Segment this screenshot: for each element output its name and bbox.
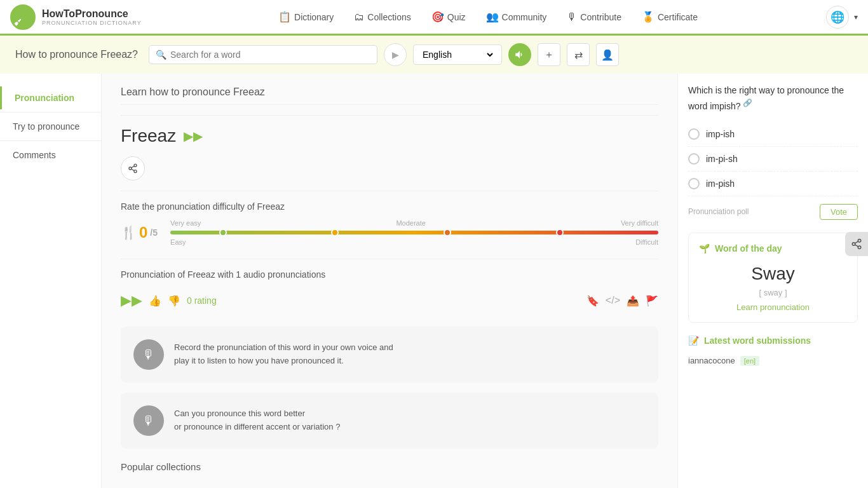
language-selector[interactable]: English: [413, 44, 502, 65]
svg-line-11: [855, 241, 858, 243]
sidebar-item-pronunciation[interactable]: Pronunciation: [0, 86, 101, 109]
pronounce-diff-box: 🎙 Can you pronounce this word better or …: [121, 393, 658, 449]
radio-2: [688, 153, 700, 165]
audio-controls: ▶▶ 👍 👎 0 rating 🔖 </> 📤 🚩: [121, 287, 658, 314]
radio-1: [688, 128, 700, 140]
learn-pronunciation-link[interactable]: Learn pronunciation: [699, 302, 847, 312]
embed-button[interactable]: </>: [606, 295, 620, 307]
fork-icon: 🍴: [121, 225, 137, 240]
svg-point-8: [852, 243, 855, 246]
slider-track: [170, 231, 658, 234]
section-title: Learn how to pronounce Freeaz: [121, 86, 658, 105]
svg-point-3: [129, 167, 132, 170]
search-input[interactable]: [170, 50, 370, 60]
audio-left: ▶▶ 👍 👎 0 rating: [121, 292, 217, 309]
flag-button[interactable]: 🚩: [646, 295, 658, 307]
svg-point-2: [134, 164, 137, 166]
nav-item-contribute[interactable]: 🎙 Contribute: [558, 6, 630, 28]
svg-point-7: [858, 240, 861, 243]
nav-item-community[interactable]: 👥 Community: [477, 6, 556, 28]
add-button[interactable]: ＋: [538, 43, 560, 66]
word-of-day-phonetic: [ sway ]: [699, 288, 847, 297]
word-header: Freeaz ▶▶: [121, 126, 658, 146]
svg-point-1: [20, 15, 25, 19]
lang-chevron-button[interactable]: ▾: [854, 13, 858, 22]
divider-2: [121, 191, 658, 191]
audio-section: Pronunciation of Freeaz with 1 audio pro…: [121, 269, 658, 314]
poll-question: Which is the right way to pronounce the …: [688, 84, 858, 113]
audio-play-button[interactable]: [508, 43, 531, 66]
language-select-input[interactable]: English: [420, 49, 495, 60]
pronounce-diff-text: Can you pronounce this word better or pr…: [174, 407, 340, 434]
svg-point-4: [134, 170, 137, 173]
difficulty-slider[interactable]: Very easy Moderate Very difficult Easy D…: [170, 219, 658, 246]
nav-item-dictionary[interactable]: 📋 Dictionary: [269, 6, 342, 28]
svg-point-9: [858, 246, 861, 249]
pronounce-diff-mic-button[interactable]: 🎙: [133, 405, 164, 436]
main-layout: Pronunciation Try to pronounce Comments …: [0, 74, 868, 488]
nav-item-certificate[interactable]: 🏅 Certificate: [633, 6, 707, 28]
submission-badge-1: [en]: [740, 356, 759, 366]
play-search-button[interactable]: ▶: [384, 43, 407, 66]
rating-score: 🍴 0 /5: [121, 224, 158, 241]
poll-option-1[interactable]: imp-ish: [688, 122, 858, 147]
slider-dot-3: [444, 229, 451, 236]
main-nav: 📋 Dictionary 🗂 Collections 🎯 Quiz 👥 Comm…: [150, 6, 826, 28]
vote-button[interactable]: Vote: [820, 204, 858, 220]
quiz-icon: 🎯: [431, 11, 444, 23]
share-button[interactable]: [121, 156, 145, 180]
nav-item-quiz[interactable]: 🎯 Quiz: [423, 6, 475, 28]
sidebar-item-try-pronounce[interactable]: Try to pronounce: [0, 115, 101, 138]
logo-icon[interactable]: [10, 4, 36, 30]
floating-share-button[interactable]: [845, 232, 868, 256]
audio-right: 🔖 </> 📤 🚩: [587, 295, 658, 307]
search-icon: 🔍: [156, 50, 166, 60]
collections-icon: 🗂: [354, 11, 364, 23]
search-input-wrap[interactable]: 🔍: [149, 45, 377, 64]
latest-submissions-section: 📝 Latest word submissions iannacocone [e…: [688, 336, 858, 369]
sound-icon[interactable]: ▶▶: [184, 128, 203, 144]
bookmark-button[interactable]: 🔖: [587, 295, 599, 307]
random-button[interactable]: ⇄: [567, 43, 590, 66]
divider-1: [121, 115, 658, 116]
sidebar-item-comments[interactable]: Comments: [0, 144, 101, 166]
slider-dot-2: [331, 229, 339, 236]
record-mic-button[interactable]: 🎙: [133, 339, 164, 370]
word-of-day-word: Sway: [699, 264, 847, 284]
contribute-icon: 🎙: [567, 11, 577, 23]
poll-option-2[interactable]: im-pi-sh: [688, 147, 858, 172]
poll-option-3[interactable]: im-pish: [688, 172, 858, 196]
word-of-day-header: 🌱 Word of the day: [699, 243, 847, 254]
slider-top-labels: Very easy Moderate Very difficult: [170, 219, 658, 227]
record-box: 🎙 Record the pronunciation of this word …: [121, 327, 658, 383]
wotd-icon: 🌱: [699, 243, 710, 254]
nav-item-collections[interactable]: 🗂 Collections: [345, 6, 419, 28]
center-content: Learn how to pronounce Freeaz Freeaz ▶▶ …: [102, 74, 677, 488]
play-audio-button[interactable]: ▶▶: [121, 292, 142, 309]
sidebar-divider-2: [0, 140, 101, 141]
logo-area: HowToPronounce PRONUNCIATION DICTIONARY: [10, 4, 150, 30]
sidebar: Pronunciation Try to pronounce Comments: [0, 74, 102, 488]
dictionary-icon: 📋: [278, 11, 291, 23]
share-audio-button[interactable]: 📤: [627, 295, 639, 307]
svg-line-5: [132, 169, 135, 171]
right-panel: Which is the right way to pronounce the …: [677, 74, 868, 488]
record-text: Record the pronunciation of this word in…: [174, 341, 393, 368]
radio-3: [688, 178, 700, 189]
logo-text: HowToPronounce PRONUNCIATION DICTIONARY: [42, 8, 142, 27]
audio-title: Pronunciation of Freeaz with 1 audio pro…: [121, 269, 658, 280]
rating-label: Rate the pronunciation difficulty of Fre…: [121, 201, 658, 212]
svg-line-10: [855, 245, 858, 247]
dislike-button[interactable]: 👎: [168, 295, 180, 307]
audio-rating-count: 0 rating: [187, 295, 217, 306]
divider-3: [121, 259, 658, 259]
globe-button[interactable]: 🌐: [826, 6, 849, 29]
poll-section: Which is the right way to pronounce the …: [688, 84, 858, 220]
slider-dot-4: [556, 229, 564, 236]
popular-collections-title: Popular collections: [121, 461, 658, 472]
profile-button[interactable]: 👤: [596, 43, 619, 66]
poll-info-icon[interactable]: 🔗: [743, 98, 752, 107]
word-of-day-section: 🌱 Word of the day Sway [ sway ] Learn pr…: [688, 233, 858, 323]
rating-row: 🍴 0 /5 Very easy Moderate Very difficult: [121, 219, 658, 246]
like-button[interactable]: 👍: [149, 295, 161, 307]
